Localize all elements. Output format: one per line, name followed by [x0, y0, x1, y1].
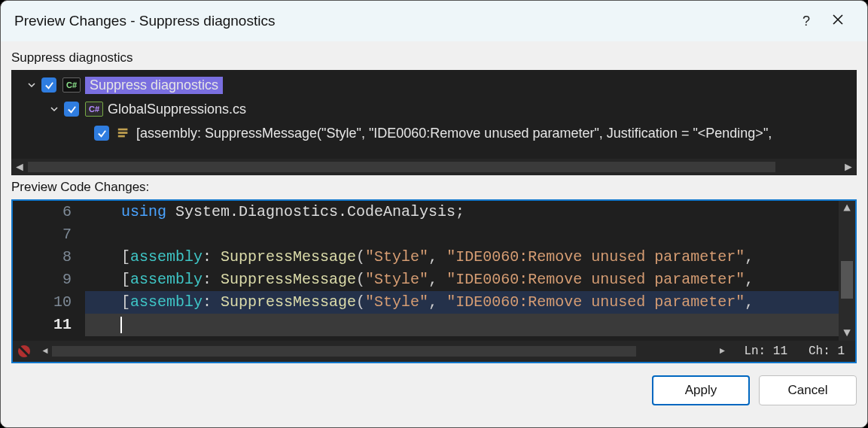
scrollbar-thumb[interactable]: [28, 162, 775, 172]
tree-checkbox[interactable]: [94, 126, 109, 141]
svg-rect-2: [118, 135, 125, 138]
scroll-left-icon[interactable]: ◄: [11, 159, 28, 175]
line-number: 11: [13, 314, 72, 336]
expand-collapse-icon[interactable]: [49, 104, 59, 114]
cursor-line-indicator: Ln: 11: [733, 345, 798, 358]
line-number: 9: [13, 269, 72, 291]
code-vertical-scrollbar[interactable]: ▲ ▼: [839, 201, 855, 341]
tree-checkbox[interactable]: [64, 102, 79, 117]
line-number-gutter: 67891011: [13, 201, 85, 341]
scroll-left-icon[interactable]: ◄: [38, 346, 52, 357]
code-line[interactable]: [85, 223, 855, 246]
tree-node-label: GlobalSuppressions.cs: [108, 102, 246, 117]
apply-button[interactable]: Apply: [652, 375, 750, 405]
tree-change-node[interactable]: [assembly: SuppressMessage("Style", "IDE…: [11, 121, 857, 145]
scroll-right-icon[interactable]: ►: [715, 346, 729, 357]
code-preview[interactable]: 67891011 using System.Diagnostics.CodeAn…: [11, 199, 857, 363]
csharp-project-icon: C#: [62, 77, 81, 93]
cursor-column-indicator: Ch: 1: [798, 345, 855, 358]
code-line[interactable]: [85, 314, 855, 336]
tree-section-label: Suppress diagnostics: [11, 50, 857, 65]
line-number: 7: [13, 223, 72, 246]
cancel-button[interactable]: Cancel: [759, 375, 857, 405]
scroll-up-icon[interactable]: ▲: [839, 201, 855, 216]
scrollbar-thumb[interactable]: [841, 261, 853, 299]
svg-rect-1: [118, 132, 128, 134]
code-snippet-icon: [115, 126, 132, 141]
code-section-label: Preview Code Changes:: [11, 180, 857, 195]
dialog-button-row: Apply Cancel: [11, 368, 857, 405]
scrollbar-thumb[interactable]: [52, 346, 636, 357]
help-button[interactable]: ?: [790, 14, 822, 29]
code-line[interactable]: using System.Diagnostics.CodeAnalysis;: [85, 201, 855, 223]
tree-root-node[interactable]: C# Suppress diagnostics: [11, 73, 857, 97]
code-area[interactable]: using System.Diagnostics.CodeAnalysis; […: [85, 201, 855, 341]
csharp-file-icon: C#: [85, 102, 103, 117]
code-status-bar: ◄ ► Ln: 11 Ch: 1: [13, 341, 855, 362]
code-line[interactable]: [assembly: SuppressMessage("Style", "IDE…: [85, 246, 855, 269]
changes-tree[interactable]: C# Suppress diagnostics C# GlobalSuppres…: [11, 70, 857, 175]
scroll-down-icon[interactable]: ▼: [839, 326, 855, 341]
preview-changes-dialog: Preview Changes - Suppress diagnostics ?…: [0, 0, 868, 428]
close-button[interactable]: [822, 14, 854, 29]
scrollbar-track[interactable]: [28, 162, 840, 172]
dialog-body: Suppress diagnostics C# Suppress diagnos…: [1, 41, 867, 427]
tree-horizontal-scrollbar[interactable]: ◄ ►: [11, 159, 857, 175]
dialog-title: Preview Changes - Suppress diagnostics: [14, 13, 790, 29]
tree-node-label: [assembly: SuppressMessage("Style", "IDE…: [136, 126, 772, 141]
code-line[interactable]: [assembly: SuppressMessage("Style", "IDE…: [85, 291, 855, 314]
svg-rect-0: [118, 129, 128, 131]
expand-collapse-icon[interactable]: [26, 80, 37, 90]
tree-node-label: Suppress diagnostics: [90, 77, 218, 93]
tree-checkbox[interactable]: [41, 77, 56, 93]
line-number: 6: [13, 201, 72, 223]
line-number: 8: [13, 246, 72, 269]
titlebar: Preview Changes - Suppress diagnostics ?: [1, 1, 867, 41]
code-line[interactable]: [assembly: SuppressMessage("Style", "IDE…: [85, 269, 855, 291]
code-horizontal-scrollbar[interactable]: ◄ ►: [38, 345, 729, 357]
scroll-right-icon[interactable]: ►: [840, 159, 857, 175]
line-number: 10: [13, 291, 72, 314]
tree-file-node[interactable]: C# GlobalSuppressions.cs: [11, 97, 857, 121]
no-issues-icon: [14, 343, 34, 360]
